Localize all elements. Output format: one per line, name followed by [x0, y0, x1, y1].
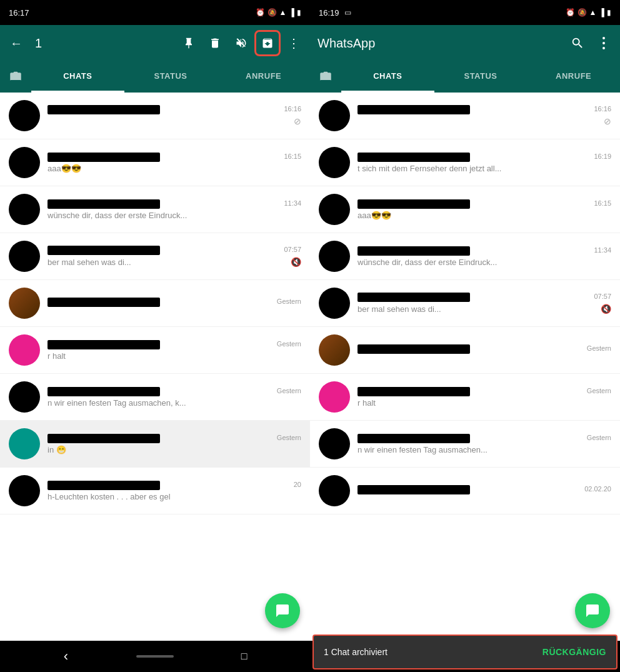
snackbar-undo-button[interactable]: RÜCKGÄNGIG	[542, 647, 606, 657]
wifi-icon: ▲	[279, 8, 287, 17]
chat-preview: n wir einen festen Tag ausmachen, k...	[48, 398, 301, 408]
chat-content: 16:15 aaa😎😎	[358, 199, 611, 220]
left-tab-calls[interactable]: ANRUFE	[217, 61, 310, 93]
battery-icon: ▮	[607, 8, 611, 17]
chat-time: 02.02.20	[584, 485, 611, 493]
back-button[interactable]: ←	[5, 32, 28, 54]
chat-time: Gestern	[277, 387, 301, 394]
chat-content: Gestern n wir einen festen Tag ausmachen…	[358, 434, 611, 454]
chat-name	[358, 434, 470, 443]
left-back-nav[interactable]: ‹	[54, 645, 77, 668]
avatar	[319, 428, 350, 459]
delete-button[interactable]	[204, 32, 226, 54]
chat-name	[48, 105, 160, 114]
chat-preview: in 😁	[48, 445, 301, 454]
chat-time: Gestern	[277, 340, 301, 348]
chat-content: Gestern in 😁	[48, 434, 301, 454]
left-chat-list: 16:16 ⊘ 16:15 aaa😎😎	[0, 93, 310, 641]
chat-preview: ber mal sehen was di...	[358, 304, 597, 314]
chat-preview: aaa😎😎	[358, 211, 611, 220]
chat-name	[48, 481, 160, 490]
left-chat-item-9[interactable]: 20 h-Leuchten kosten . . . aber es gel	[0, 468, 310, 514]
snackbar-text: 1 Chat archiviert	[324, 647, 388, 657]
search-button[interactable]	[566, 32, 589, 54]
left-tab-status[interactable]: STATUS	[124, 61, 218, 93]
left-tab-camera[interactable]	[0, 71, 31, 83]
right-toolbar: WhatsApp	[310, 25, 620, 61]
avatar	[9, 334, 40, 366]
right-tab-calls[interactable]: ANRUFE	[527, 61, 620, 93]
chat-preview: r halt	[358, 398, 611, 408]
right-chat-item-3[interactable]: 16:15 aaa😎😎	[310, 186, 620, 233]
right-phone-panel: 16:19 ▭ ⏰ 🔕 ▲ ▐ ▮ WhatsApp CHATS STATUS	[310, 0, 620, 672]
left-chat-item-8[interactable]: Gestern in 😁	[0, 421, 310, 468]
right-tab-status[interactable]: STATUS	[434, 61, 528, 93]
right-chat-item-6[interactable]: Gestern	[310, 327, 620, 374]
avatar	[9, 147, 40, 178]
chat-time: 16:16	[284, 105, 301, 113]
right-tab-camera[interactable]	[310, 71, 341, 83]
chat-content: 11:34 wünsche dir, dass der erste Eindru…	[48, 199, 301, 220]
mute-status-icon: ⊘	[294, 116, 301, 126]
avatar	[9, 381, 40, 413]
chat-time: 16:16	[594, 105, 611, 113]
right-chat-item-1[interactable]: 16:16 ⊘	[310, 93, 620, 139]
chat-time: Gestern	[587, 387, 611, 394]
right-tabs: CHATS STATUS ANRUFE	[310, 61, 620, 93]
left-chat-item-7[interactable]: Gestern n wir einen festen Tag ausmachen…	[0, 374, 310, 421]
right-chat-item-8[interactable]: Gestern n wir einen festen Tag ausmachen…	[310, 421, 620, 468]
left-chat-item-5[interactable]: Gestern	[0, 280, 310, 327]
mute-icon: 🔇	[291, 257, 301, 267]
left-chat-item-1[interactable]: 16:16 ⊘	[0, 93, 310, 139]
left-home-indicator[interactable]	[136, 655, 174, 658]
left-time: 16:17	[9, 8, 29, 18]
chat-time: 07:57	[284, 246, 301, 253]
app-title: WhatsApp	[315, 36, 562, 51]
chat-name	[358, 153, 470, 162]
right-chat-item-5[interactable]: 07:57 ber mal sehen was di... 🔇	[310, 280, 620, 327]
right-chat-item-2[interactable]: 16:19 t sich mit dem Fernseher denn jetz…	[310, 139, 620, 186]
more-button-left[interactable]: ⋮	[282, 32, 305, 54]
left-chat-item-2[interactable]: 16:15 aaa😎😎	[0, 139, 310, 186]
left-recent-nav[interactable]: □	[233, 645, 256, 668]
left-chat-item-3[interactable]: 11:34 wünsche dir, dass der erste Eindru…	[0, 186, 310, 233]
right-tab-chats[interactable]: CHATS	[341, 61, 434, 93]
left-fab-button[interactable]	[265, 593, 300, 628]
signal-icon: ▐	[289, 8, 294, 17]
chat-content: 20 h-Leuchten kosten . . . aber es gel	[48, 481, 301, 501]
left-tab-chats[interactable]: CHATS	[31, 61, 124, 93]
pin-button[interactable]	[178, 32, 200, 54]
left-chat-item-4[interactable]: 07:57 ber mal sehen was di... 🔇	[0, 233, 310, 280]
more-button-right[interactable]	[592, 32, 615, 54]
chat-time: Gestern	[587, 434, 611, 441]
left-chat-item-6[interactable]: Gestern r halt	[0, 327, 310, 374]
selection-count: 1	[31, 36, 42, 51]
chat-preview: wünsche dir, dass der erste Eindruck...	[48, 211, 301, 220]
avatar	[319, 475, 350, 506]
chat-preview: t sich mit dem Fernseher denn jetzt all.…	[358, 164, 611, 173]
mute-icon: 🔕	[578, 8, 587, 17]
right-chat-item-7[interactable]: Gestern r halt	[310, 374, 620, 421]
snackbar: 1 Chat archiviert RÜCKGÄNGIG	[312, 634, 618, 669]
right-status-bar: 16:19 ▭ ⏰ 🔕 ▲ ▐ ▮	[310, 0, 620, 25]
right-chat-item-4[interactable]: 11:34 wünsche dir, dass der erste Eindru…	[310, 233, 620, 280]
left-status-icons: ⏰ 🔕 ▲ ▐ ▮	[256, 8, 301, 17]
mute-button[interactable]	[230, 32, 252, 54]
chat-time: Gestern	[587, 344, 611, 352]
right-fab-button[interactable]	[575, 593, 610, 628]
avatar	[319, 147, 350, 178]
mute-icon: 🔕	[268, 8, 277, 17]
chat-preview: h-Leuchten kosten . . . aber es gel	[48, 492, 301, 501]
archive-button[interactable]	[256, 32, 279, 54]
left-bottom-nav: ‹ □	[0, 641, 310, 672]
chat-name	[48, 298, 160, 307]
chat-preview: n wir einen festen Tag ausmachen...	[358, 445, 611, 454]
chat-time: 20	[294, 481, 301, 488]
chat-time: 16:19	[594, 153, 611, 160]
left-toolbar: ← 1 ⋮	[0, 25, 310, 61]
chat-time: Gestern	[277, 434, 301, 441]
left-tabs: CHATS STATUS ANRUFE	[0, 61, 310, 93]
right-chat-item-9[interactable]: 02.02.20	[310, 468, 620, 514]
alarm-icon: ⏰	[566, 8, 575, 17]
chat-content: Gestern	[358, 344, 611, 356]
